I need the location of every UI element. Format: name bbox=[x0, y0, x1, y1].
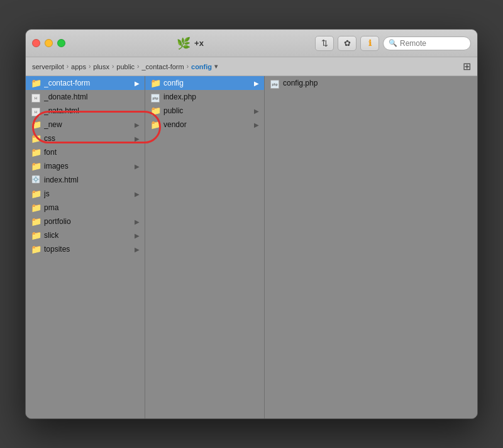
titlebar-center: 🌿 +x bbox=[65, 36, 315, 50]
arrow-right-icon: ▶ bbox=[254, 108, 259, 115]
folder-icon: 📁 bbox=[150, 106, 160, 116]
breadcrumb-plusx[interactable]: plusx bbox=[93, 63, 109, 70]
minimize-button[interactable] bbox=[45, 39, 53, 47]
titlebar: 🌿 +x ⇅ ✿ ℹ 🔍 bbox=[26, 30, 477, 57]
file-name: css bbox=[44, 134, 131, 143]
breadcrumb-dropdown-icon[interactable]: ▾ bbox=[214, 63, 218, 70]
breadcrumb-label: serverpilot bbox=[32, 63, 64, 70]
file-name: portfolio bbox=[44, 217, 131, 226]
list-item[interactable]: 📁 js ▶ bbox=[26, 187, 145, 201]
breadcrumb-label: apps bbox=[71, 63, 86, 70]
arrow-right-icon: ▶ bbox=[135, 191, 140, 198]
folder-icon: 📁 bbox=[150, 78, 160, 88]
maximize-button[interactable] bbox=[57, 39, 65, 47]
file-name: _contact-form bbox=[44, 79, 131, 87]
list-item[interactable]: 📁 font bbox=[26, 145, 145, 159]
folder-icon: 📁 bbox=[31, 203, 41, 213]
list-item[interactable]: 📁 _contact-form ▶ bbox=[26, 76, 145, 90]
breadcrumb-apps[interactable]: apps bbox=[71, 63, 86, 70]
search-icon: 🔍 bbox=[389, 39, 397, 47]
breadcrumb-config[interactable]: config ▾ bbox=[191, 63, 218, 70]
breadcrumb-label: plusx bbox=[93, 63, 109, 70]
list-item[interactable]: 📁 public ▶ bbox=[145, 104, 264, 118]
arrow-right-icon: ▶ bbox=[135, 121, 140, 128]
arrow-right-icon: ▶ bbox=[135, 218, 140, 225]
list-item[interactable]: 📁 _new ▶ bbox=[26, 118, 145, 132]
search-box[interactable]: 🔍 bbox=[383, 36, 471, 50]
transfer-button[interactable]: ⇅ bbox=[315, 36, 334, 51]
list-item[interactable]: 📁 topsites ▶ bbox=[26, 242, 145, 256]
html-file-icon bbox=[31, 175, 41, 186]
info-icon: ℹ bbox=[368, 38, 372, 48]
arrow-right-icon: ▶ bbox=[135, 246, 140, 253]
arrow-right-icon: ▶ bbox=[135, 135, 140, 142]
grid-view-button[interactable]: ⊞ bbox=[463, 60, 471, 72]
list-item[interactable]: 📁 vendor ▶ bbox=[145, 118, 264, 132]
list-item[interactable]: 📁 portfolio ▶ bbox=[26, 215, 145, 228]
breadcrumb-label: public bbox=[116, 63, 135, 70]
file-name: images bbox=[44, 162, 131, 171]
column-3: php config.php bbox=[265, 76, 477, 418]
folder-icon: 📁 bbox=[31, 147, 41, 157]
breadcrumb-sep-5: › bbox=[187, 63, 189, 70]
folder-icon: 📁 bbox=[31, 230, 41, 240]
breadcrumb-sep-1: › bbox=[67, 63, 69, 70]
app-icon: 🌿 bbox=[177, 36, 191, 50]
titlebar-controls: ⇅ ✿ ℹ 🔍 bbox=[315, 36, 471, 51]
file-name: vendor bbox=[163, 120, 251, 129]
file-name: _donate.html bbox=[44, 92, 140, 101]
folder-icon: 📁 bbox=[150, 120, 160, 130]
arrow-right-icon: ▶ bbox=[254, 80, 259, 87]
close-button[interactable] bbox=[32, 39, 40, 47]
file-name: font bbox=[44, 148, 140, 157]
list-item[interactable]: H _donate.html bbox=[26, 90, 145, 104]
file-name: topsites bbox=[44, 245, 131, 254]
list-item[interactable]: php index.php bbox=[145, 90, 264, 104]
breadcrumb-label: config bbox=[191, 63, 212, 70]
list-item[interactable]: index.html bbox=[26, 173, 145, 187]
folder-icon: 📁 bbox=[31, 216, 41, 227]
list-item[interactable]: H _nata.html bbox=[26, 104, 145, 118]
html-file-icon: H bbox=[31, 91, 41, 103]
arrow-right-icon: ▶ bbox=[135, 232, 140, 239]
column-1: 📁 _contact-form ▶ H _donate.html H _nata… bbox=[26, 76, 145, 418]
arrow-right-icon: ▶ bbox=[135, 163, 140, 170]
html-file-icon: H bbox=[31, 105, 41, 116]
info-button[interactable]: ℹ bbox=[360, 36, 379, 51]
arrow-right-icon: ▶ bbox=[254, 121, 259, 128]
folder-icon: 📁 bbox=[31, 161, 41, 171]
list-item[interactable]: 📁 pma bbox=[26, 201, 145, 215]
file-name: config.php bbox=[283, 79, 472, 87]
window-title: +x bbox=[194, 38, 204, 48]
list-item[interactable]: php config.php bbox=[265, 76, 477, 90]
folder-icon: 📁 bbox=[31, 133, 41, 143]
file-name: pma bbox=[44, 203, 140, 212]
folder-icon: 📁 bbox=[31, 78, 41, 88]
search-input[interactable] bbox=[400, 39, 465, 48]
list-item[interactable]: 📁 css ▶ bbox=[26, 132, 145, 145]
gear-file-icon bbox=[31, 175, 40, 184]
breadcrumb-sep-4: › bbox=[137, 63, 139, 70]
breadcrumb-sep-2: › bbox=[89, 63, 91, 70]
file-name: public bbox=[163, 106, 251, 115]
file-name: _new bbox=[44, 120, 131, 129]
file-browser-content: 📁 _contact-form ▶ H _donate.html H _nata… bbox=[26, 76, 477, 418]
file-name: js bbox=[44, 189, 131, 198]
breadcrumb-sep-3: › bbox=[112, 63, 114, 70]
list-item[interactable]: 📁 images ▶ bbox=[26, 159, 145, 173]
flower-button[interactable]: ✿ bbox=[338, 36, 357, 51]
php-file-icon: php bbox=[270, 77, 280, 89]
list-item[interactable]: 📁 config ▶ bbox=[145, 76, 264, 90]
transfer-icon: ⇅ bbox=[321, 38, 328, 48]
file-name: slick bbox=[44, 231, 131, 240]
breadcrumb-public[interactable]: public bbox=[116, 63, 135, 70]
file-name: index.php bbox=[163, 92, 259, 101]
php-file-icon: php bbox=[150, 91, 160, 103]
breadcrumb-serverpilot[interactable]: serverpilot bbox=[32, 63, 64, 70]
breadcrumb-label: _contact-form bbox=[141, 63, 184, 70]
arrow-right-icon: ▶ bbox=[135, 80, 140, 87]
file-name: index.html bbox=[44, 176, 140, 184]
list-item[interactable]: 📁 slick ▶ bbox=[26, 228, 145, 242]
folder-icon: 📁 bbox=[31, 189, 41, 199]
breadcrumb-contact-form[interactable]: _contact-form bbox=[141, 63, 184, 70]
